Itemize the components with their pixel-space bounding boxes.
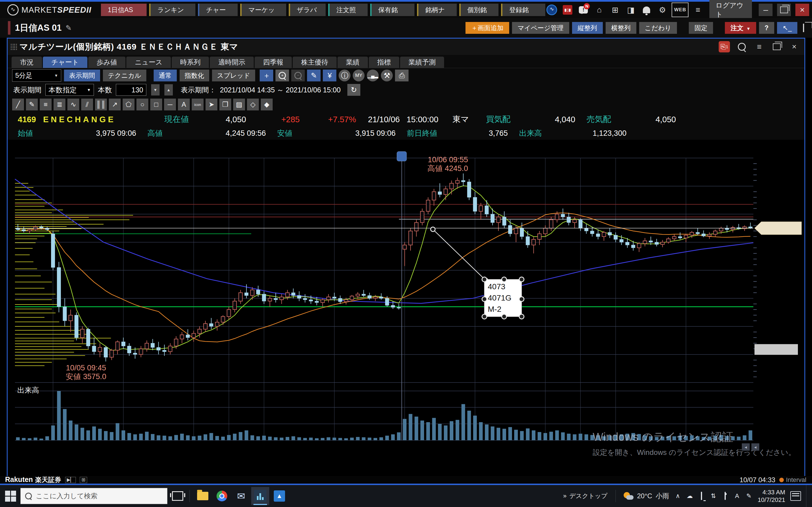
chart-scroll-left2-button[interactable]: ◂ (751, 443, 759, 451)
bars-count-input[interactable]: 130 (116, 84, 146, 96)
timeframe-select[interactable]: 5分足▼ (12, 69, 61, 82)
alert-bubble-icon[interactable]: !N (577, 4, 590, 16)
edit-workspace-icon[interactable]: ✎ (65, 24, 71, 33)
polygon-tool-button[interactable]: ⬠ (123, 99, 135, 110)
circle-tool-button[interactable]: ○ (137, 99, 148, 110)
tab-業績予測[interactable]: 業績予測 (400, 57, 444, 68)
tab-時系列[interactable]: 時系列 (172, 57, 209, 68)
kodawari-button[interactable]: こだわり (639, 22, 677, 34)
hidden-icons-icon[interactable]: ∧ (674, 492, 681, 500)
crosshair-button[interactable]: ＋ (260, 69, 273, 81)
draw-pencil-button[interactable]: ✎ (307, 69, 320, 81)
web-icon[interactable]: WEB (672, 3, 689, 17)
tab-ニュース[interactable]: ニュース (126, 57, 171, 68)
price-lines-tool-button[interactable]: ≣ (54, 99, 65, 110)
restore-window-icon[interactable] (771, 41, 782, 52)
trend-line-tool-button[interactable]: ↗ (109, 99, 121, 110)
tab-四季報[interactable]: 四季報 (255, 57, 292, 68)
weather-widget[interactable]: 20°C小雨 (624, 492, 669, 501)
drag-grip-icon[interactable]: ⣿⣿ (10, 43, 17, 50)
task-view-button[interactable] (168, 487, 187, 505)
bars-decrement-button[interactable]: ▼ (151, 84, 160, 96)
monitor-icon[interactable] (698, 492, 705, 500)
tab-適時開示[interactable]: 適時開示 (210, 57, 254, 68)
zoom-out-button[interactable]: − (291, 69, 305, 81)
close-button[interactable]: × (795, 4, 809, 16)
arrow-tool-button[interactable]: ➤ (206, 99, 217, 110)
tab-チャート[interactable]: チャート (43, 57, 87, 68)
wave-tool-button[interactable]: ∿ (67, 99, 79, 110)
pen-icon[interactable]: ✎ (745, 492, 753, 500)
vertical-lines-tool-button[interactable]: ║║ (95, 99, 107, 110)
wrench-settings-button[interactable]: ⚒ (381, 69, 393, 81)
search-icon[interactable] (736, 41, 748, 52)
photos-app-icon[interactable]: ▲ (270, 487, 289, 505)
taskbar-search[interactable]: ここに入力して検索 (20, 488, 167, 504)
pattern-tool-button[interactable]: ▨ (233, 99, 245, 110)
eraser-all-tool-button[interactable]: ◆ (261, 99, 273, 110)
reload-button[interactable]: ↻ (347, 84, 360, 96)
order-button[interactable]: 注文▼ (725, 22, 756, 34)
network-icon[interactable]: ⇅ (710, 492, 717, 500)
mypage-manage-button[interactable]: マイページ管理 (512, 22, 569, 34)
add-window-icon[interactable]: ⊞ (608, 4, 621, 16)
bell-icon[interactable] (640, 4, 653, 16)
pulse-icon[interactable]: ∿ (545, 4, 558, 16)
bars-mode-select[interactable]: 本数指定▼ (45, 84, 94, 96)
home-icon[interactable]: ⌂ (593, 4, 606, 16)
window-titlebar[interactable]: ⣿⣿ マルチツール(個別銘柄) 4169 ＥＮＥＣＨＡＮＧＥ 東マ ⎘1≡× (8, 39, 804, 55)
desktop-toolbar[interactable]: » デスクトップ (563, 492, 607, 500)
tab-市況[interactable]: 市況 (11, 57, 42, 68)
chart-scroll-left-button[interactable]: ◂ (742, 443, 750, 451)
tab-株主優待[interactable]: 株主優待 (293, 57, 337, 68)
yen-scale-button[interactable]: ¥ (323, 69, 336, 81)
indexed-button[interactable]: 指数化 (180, 69, 209, 81)
app-tab-registered-stocks[interactable]: 登録銘柄... (501, 4, 545, 16)
close-window-icon[interactable]: × (789, 41, 800, 52)
settings-gears-icon[interactable]: ⚙ (656, 4, 669, 16)
footer-expand-icon[interactable]: ▶▏ (65, 477, 76, 483)
minimize-button[interactable]: – (759, 4, 772, 16)
app-tab-workspace[interactable]: 1日信AS 01 (101, 4, 147, 16)
window-menu-icon[interactable]: ≡ (754, 41, 765, 52)
technical-button[interactable]: テクニカル (103, 69, 146, 81)
zoom-in-button[interactable]: + (275, 69, 289, 81)
dock-panel-icon[interactable]: ◨ (624, 4, 637, 16)
pencil-tool-button[interactable]: ✎ (26, 99, 38, 110)
notification-center-icon[interactable] (790, 491, 801, 501)
restore-layout-button[interactable] (800, 22, 807, 34)
text-tool-button[interactable]: A (178, 99, 190, 110)
vertical-align-button[interactable]: 縦整列 (572, 22, 603, 34)
copy-tool-button[interactable]: ❐ (219, 99, 231, 110)
tab-指標[interactable]: 指標 (369, 57, 399, 68)
show-desktop-button[interactable] (806, 485, 809, 507)
taskbar-clock[interactable]: 4:33 AM10/7/2021 (758, 489, 785, 504)
link-group-icon[interactable]: ⎘1 (719, 41, 730, 52)
app-tab-individual-stock[interactable]: 個別銘柄 (459, 4, 499, 16)
parallel-lines-tool-button[interactable]: ⫽ (81, 99, 93, 110)
icon-stamp-tool-button[interactable]: icon (192, 99, 204, 110)
h-line-tool-button[interactable]: ─ (164, 99, 176, 110)
pin-button[interactable]: 固定 (689, 22, 713, 34)
normal-button[interactable]: 通常 (154, 69, 177, 81)
tab-歩み値[interactable]: 歩み値 (88, 57, 126, 68)
app-tab-order-inquiry[interactable]: 注文照会 (328, 4, 367, 16)
restore-button[interactable] (777, 4, 791, 16)
app-tab-chart[interactable]: チャート (198, 4, 238, 16)
app-tab-ranking[interactable]: ランキング (149, 4, 195, 16)
add-screen-button[interactable]: ＋画面追加 (465, 22, 509, 34)
display-period-button[interactable]: 表示期間 (64, 69, 100, 81)
file-explorer-icon[interactable] (194, 487, 212, 505)
marketspeed-app-icon[interactable] (251, 487, 269, 505)
help-button[interactable]: ? (759, 22, 774, 34)
ime-icon[interactable]: A (733, 492, 741, 500)
cloud-icon[interactable]: ☁ (686, 492, 693, 500)
footer-grid-icon[interactable]: ⊞ (80, 477, 87, 483)
area-chart-button[interactable]: ▁▄▂ (367, 69, 378, 81)
app-tab-market[interactable]: マーケット (240, 4, 286, 16)
chrome-icon[interactable] (213, 487, 231, 505)
chart-area[interactable]: 出来高 10/06 09:55高値 4245.0 10/05 09:45安値 3… (8, 140, 804, 476)
spread-button[interactable]: スプレッド (212, 69, 255, 81)
eraser-tool-button[interactable]: ◇ (247, 99, 259, 110)
app-tab-holdings[interactable]: 保有銘柄... (370, 4, 414, 16)
